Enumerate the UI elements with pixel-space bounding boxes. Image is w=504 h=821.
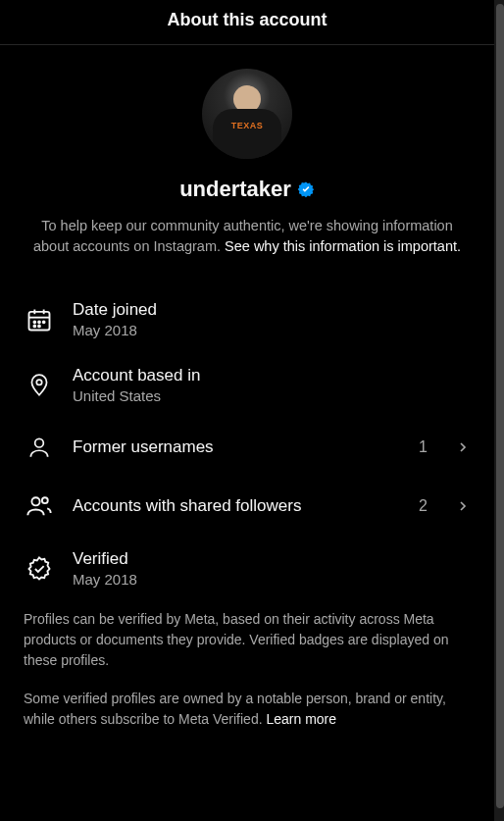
- info-row-former-usernames[interactable]: Former usernames 1: [24, 418, 471, 477]
- learn-more-link[interactable]: Learn more: [266, 711, 336, 727]
- people-icon: [24, 490, 55, 522]
- about-account-modal: About this account undertaker To help ke…: [0, 0, 494, 821]
- svg-point-12: [42, 497, 48, 503]
- info-count: 2: [419, 497, 428, 515]
- footer-para-1: Profiles can be verified by Meta, based …: [24, 609, 471, 671]
- svg-point-7: [33, 325, 35, 327]
- info-content: Former usernames: [73, 437, 401, 457]
- info-value: May 2018: [73, 571, 471, 588]
- info-row-date-joined: Date joined May 2018: [24, 286, 471, 352]
- avatar: [202, 69, 292, 159]
- info-value: United States: [73, 387, 471, 404]
- info-label: Accounts with shared followers: [73, 496, 401, 516]
- info-row-shared-followers[interactable]: Accounts with shared followers 2: [24, 477, 471, 536]
- intro-text: To help keep our community authentic, we…: [24, 216, 471, 257]
- intro-link[interactable]: See why this information is important.: [225, 238, 461, 254]
- footer-para-2-prefix: Some verified profiles are owned by a no…: [24, 691, 446, 727]
- scrollbar-track[interactable]: [494, 0, 504, 821]
- svg-point-4: [33, 321, 35, 323]
- calendar-icon: [24, 304, 55, 335]
- verified-badge-icon: [297, 180, 315, 198]
- modal-header: About this account: [0, 0, 494, 45]
- info-count: 1: [419, 438, 428, 456]
- person-icon: [24, 432, 55, 463]
- info-content: Account based in United States: [73, 366, 471, 404]
- location-pin-icon: [24, 370, 55, 401]
- svg-point-5: [38, 321, 40, 323]
- info-label: Date joined: [73, 300, 471, 320]
- svg-point-9: [36, 380, 41, 385]
- svg-point-10: [35, 438, 44, 447]
- info-content: Date joined May 2018: [73, 300, 471, 338]
- info-content: Verified May 2018: [73, 549, 471, 588]
- info-row-account-based: Account based in United States: [24, 352, 471, 418]
- username-row: undertaker: [24, 177, 471, 202]
- chevron-right-icon: [455, 498, 471, 514]
- info-list: Date joined May 2018 Account based in Un…: [24, 267, 471, 601]
- footer-text: Profiles can be verified by Meta, based …: [24, 601, 471, 730]
- footer-para-2: Some verified profiles are owned by a no…: [24, 689, 471, 730]
- svg-point-6: [43, 321, 45, 323]
- info-label: Former usernames: [73, 437, 401, 457]
- modal-title: About this account: [0, 10, 494, 30]
- info-content: Accounts with shared followers: [73, 496, 401, 516]
- info-label: Account based in: [73, 366, 471, 385]
- info-row-verified: Verified May 2018: [24, 536, 471, 601]
- svg-point-11: [31, 497, 39, 505]
- profile-section: undertaker To help keep our community au…: [24, 45, 471, 267]
- username: undertaker: [179, 177, 291, 202]
- chevron-right-icon: [455, 439, 471, 455]
- verified-seal-icon: [24, 553, 55, 585]
- modal-content: undertaker To help keep our community au…: [0, 45, 494, 821]
- info-value: May 2018: [73, 322, 471, 338]
- svg-point-8: [38, 325, 40, 327]
- info-label: Verified: [73, 549, 471, 569]
- scrollbar-thumb[interactable]: [496, 4, 504, 808]
